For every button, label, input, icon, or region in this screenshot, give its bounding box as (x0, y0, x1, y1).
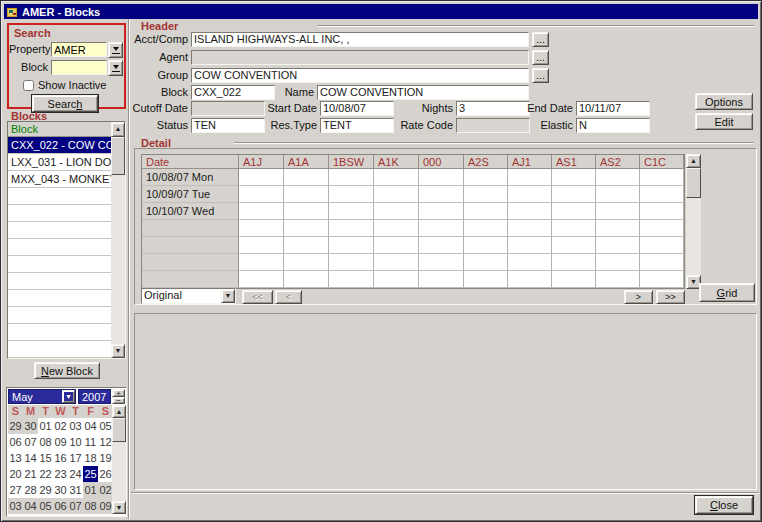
detail-value-cell[interactable] (329, 220, 374, 237)
block-list-item[interactable]: LXX_031 - LION DO (8, 154, 111, 171)
detail-value-cell[interactable] (284, 254, 329, 271)
res-type-field[interactable]: TENT (320, 118, 394, 133)
detail-value-cell[interactable] (508, 254, 552, 271)
calendar-day[interactable]: 07 (68, 498, 83, 514)
block-list-item[interactable] (8, 307, 111, 324)
detail-value-cell[interactable] (552, 220, 596, 237)
next-page-button[interactable]: > (624, 290, 653, 304)
block-list-item[interactable] (8, 205, 111, 222)
agent-field[interactable] (191, 50, 529, 65)
detail-value-cell[interactable] (596, 169, 640, 186)
calendar-day[interactable]: 21 (23, 466, 38, 482)
detail-value-cell[interactable] (596, 203, 640, 220)
blocks-scrollbar[interactable]: ▲ ▼ (111, 122, 125, 358)
first-page-button[interactable]: << (242, 290, 273, 304)
detail-value-cell[interactable] (284, 186, 329, 203)
detail-value-cell[interactable] (284, 220, 329, 237)
block-list-item[interactable] (8, 290, 111, 307)
detail-value-cell[interactable] (284, 203, 329, 220)
month-select[interactable]: May ▼ (8, 389, 76, 404)
detail-value-cell[interactable] (419, 203, 464, 220)
detail-value-cell[interactable] (508, 186, 552, 203)
detail-value-cell[interactable] (596, 237, 640, 254)
detail-value-cell[interactable] (239, 203, 284, 220)
calendar-day[interactable]: 09 (53, 434, 68, 450)
calendar-day[interactable]: 20 (8, 466, 23, 482)
calendar-day[interactable]: 29 (38, 482, 53, 498)
view-dropdown-icon[interactable]: ▼ (221, 289, 235, 303)
detail-value-cell[interactable] (239, 169, 284, 186)
detail-scrollbar[interactable]: ▲ ▼ (686, 154, 701, 289)
detail-value-cell[interactable] (552, 203, 596, 220)
calendar-day[interactable]: 22 (38, 466, 53, 482)
edit-button[interactable]: Edit (695, 113, 753, 130)
new-block-button[interactable]: New Block (34, 362, 100, 379)
calendar-day[interactable]: 04 (83, 418, 98, 434)
block-list-item[interactable]: CXX_022 - COW CONVEN (8, 137, 111, 154)
block-lov-button[interactable] (108, 60, 123, 76)
calendar-day[interactable]: 06 (8, 434, 23, 450)
detail-value-cell[interactable] (640, 237, 684, 254)
elastic-field[interactable]: N (576, 118, 650, 133)
show-inactive-checkbox[interactable] (23, 80, 34, 91)
spinner-down-icon[interactable]: − (112, 397, 125, 404)
detail-value-cell[interactable] (239, 237, 284, 254)
block-list-item[interactable] (8, 256, 111, 273)
detail-value-cell[interactable] (374, 203, 419, 220)
calendar-day[interactable]: 03 (68, 418, 83, 434)
month-dropdown-icon[interactable]: ▼ (62, 390, 75, 403)
block-list-item[interactable] (8, 324, 111, 341)
detail-value-cell[interactable] (329, 186, 374, 203)
detail-value-cell[interactable] (419, 220, 464, 237)
detail-value-cell[interactable] (329, 254, 374, 271)
detail-value-cell[interactable] (640, 186, 684, 203)
detail-value-cell[interactable] (239, 271, 284, 288)
calendar-day[interactable]: 01 (38, 418, 53, 434)
detail-value-cell[interactable] (640, 203, 684, 220)
detail-value-cell[interactable] (419, 254, 464, 271)
calendar-day[interactable]: 08 (83, 498, 98, 514)
detail-value-cell[interactable] (508, 169, 552, 186)
calendar-day[interactable]: 05 (98, 418, 113, 434)
detail-value-cell[interactable] (419, 237, 464, 254)
detail-value-cell[interactable] (508, 203, 552, 220)
detail-value-cell[interactable] (464, 203, 508, 220)
detail-value-cell[interactable] (329, 203, 374, 220)
block-list-item[interactable] (8, 222, 111, 239)
calendar-day[interactable]: 10 (68, 434, 83, 450)
detail-value-cell[interactable] (374, 271, 419, 288)
calendar-day[interactable]: 07 (23, 434, 38, 450)
acct-comp-field[interactable]: ISLAND HIGHWAYS-ALL INC, , (191, 32, 529, 47)
scroll-up-icon[interactable]: ▲ (686, 154, 701, 168)
scroll-down-icon[interactable]: ▼ (111, 344, 125, 358)
group-field[interactable]: COW CONVENTION (191, 68, 529, 83)
calendar-day[interactable]: 24 (68, 466, 83, 482)
calendar-day[interactable]: 03 (8, 498, 23, 514)
calendar-day[interactable]: 29 (8, 418, 23, 434)
calendar-day[interactable]: 15 (38, 450, 53, 466)
detail-value-cell[interactable] (508, 220, 552, 237)
calendar-day[interactable]: 02 (53, 418, 68, 434)
detail-value-cell[interactable] (508, 237, 552, 254)
calendar-day[interactable]: 23 (53, 466, 68, 482)
group-ellipsis-button[interactable]: ... (532, 68, 549, 83)
detail-value-cell[interactable] (552, 254, 596, 271)
detail-value-cell[interactable] (464, 271, 508, 288)
calendar-day[interactable]: 30 (23, 418, 38, 434)
property-input[interactable] (51, 42, 107, 57)
calendar-day[interactable]: 04 (23, 498, 38, 514)
detail-value-cell[interactable] (374, 254, 419, 271)
detail-value-cell[interactable] (464, 169, 508, 186)
calendar-day[interactable]: 17 (68, 450, 83, 466)
scroll-down-icon[interactable]: ▼ (112, 501, 126, 514)
detail-value-cell[interactable] (374, 220, 419, 237)
view-select[interactable]: Original ▼ (141, 288, 236, 304)
calendar-day[interactable]: 30 (53, 482, 68, 498)
detail-value-cell[interactable] (596, 186, 640, 203)
calendar-day[interactable]: 06 (53, 498, 68, 514)
detail-scroll-thumb[interactable] (686, 168, 701, 198)
detail-value-cell[interactable] (464, 220, 508, 237)
calendar-day[interactable]: 05 (38, 498, 53, 514)
end-date-field[interactable]: 10/11/07 (576, 101, 650, 116)
detail-value-cell[interactable] (640, 254, 684, 271)
